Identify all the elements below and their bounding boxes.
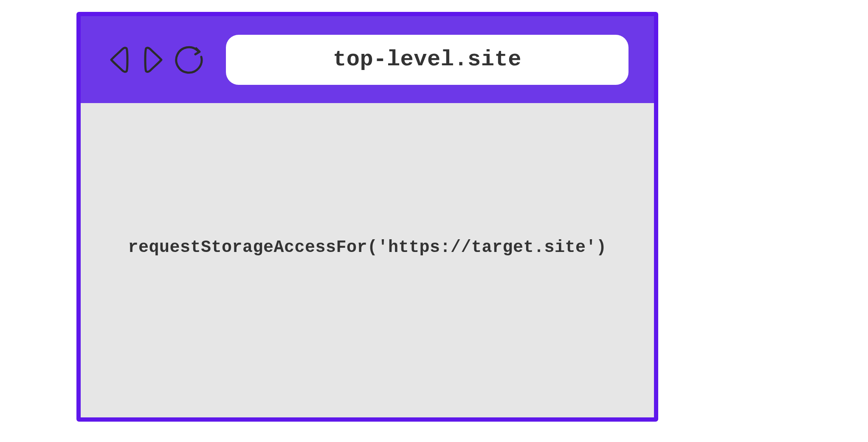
address-text: top-level.site xyxy=(333,47,521,72)
code-snippet: requestStorageAccessFor('https://target.… xyxy=(128,238,606,283)
browser-window: top-level.site requestStorageAccessFor('… xyxy=(76,12,658,422)
browser-content: requestStorageAccessFor('https://target.… xyxy=(81,103,654,417)
back-icon[interactable] xyxy=(106,46,132,74)
forward-icon[interactable] xyxy=(140,46,166,74)
browser-chrome: top-level.site xyxy=(81,16,654,103)
reload-icon[interactable] xyxy=(174,44,206,76)
address-bar[interactable]: top-level.site xyxy=(226,35,628,85)
